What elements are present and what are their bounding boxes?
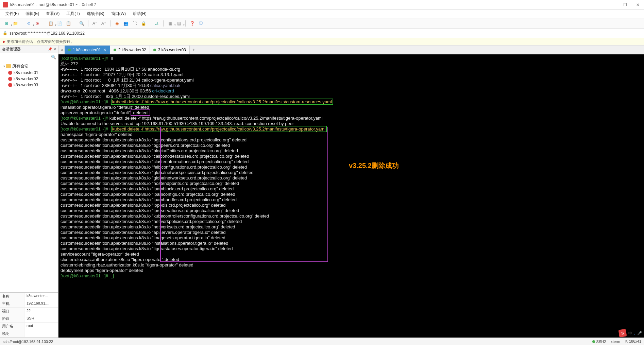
tab-add-button[interactable]: + bbox=[190, 46, 198, 54]
titlebar: k8s-master01 - root@k8s-master01:~ - Xsh… bbox=[0, 0, 644, 10]
close-panel-icon[interactable]: ✕ bbox=[53, 47, 56, 51]
search-row: 🔍 bbox=[0, 53, 58, 61]
search-icon[interactable]: 🔍 bbox=[51, 55, 56, 59]
tabstrip: ◄ 1 k8s-master01 ✕ 2 k8s-worker02 3 k8s-… bbox=[58, 46, 644, 54]
new-session-button[interactable]: ⊞▾ bbox=[3, 20, 10, 27]
separator bbox=[75, 20, 75, 27]
prop-key-name: 名称 bbox=[0, 293, 24, 300]
content-area: ◄ 1 k8s-master01 ✕ 2 k8s-worker02 3 k8s-… bbox=[58, 46, 644, 338]
collapse-icon[interactable]: ▾ bbox=[2, 65, 6, 68]
fullscreen-button[interactable]: ⛶ bbox=[131, 20, 138, 27]
menu-file[interactable]: 文件(F) bbox=[3, 10, 21, 18]
lock-icon: 🔒 bbox=[3, 31, 7, 35]
sidebar: 会话管理器 📌 ✕ 🔍 ▾ 所有会话 k8s-master01 k8s-work… bbox=[0, 46, 58, 338]
separator bbox=[88, 20, 88, 27]
search-input[interactable] bbox=[2, 55, 51, 59]
status-dot-icon bbox=[153, 49, 156, 51]
tab-close-icon[interactable]: ✕ bbox=[103, 48, 106, 52]
open-button[interactable]: 📁 bbox=[12, 20, 19, 27]
separator bbox=[185, 20, 186, 27]
tree-root[interactable]: ▾ 所有会话 bbox=[0, 63, 58, 70]
session-icon bbox=[8, 77, 12, 81]
status-ssh: SSH2 bbox=[592, 340, 606, 344]
prop-key-host: 主机 bbox=[0, 300, 24, 307]
separator bbox=[150, 20, 150, 27]
font-plus-button[interactable]: A⁺ bbox=[100, 20, 107, 27]
layout2-button[interactable]: ▤▾ bbox=[175, 20, 183, 27]
menu-tools[interactable]: 工具(T) bbox=[64, 10, 82, 18]
ime-lang[interactable]: 中 bbox=[628, 331, 632, 336]
about-button[interactable]: ⓘ bbox=[197, 20, 205, 27]
prop-val-name: k8s-worker... bbox=[24, 293, 58, 300]
menubar: 文件(F) 编辑(E) 查看(V) 工具(T) 选项卡(B) 窗口(W) 帮助(… bbox=[0, 10, 644, 18]
session-icon bbox=[8, 83, 12, 87]
prop-val-host: 192.168.91.... bbox=[24, 300, 58, 307]
xftp-button[interactable]: ⇄ bbox=[153, 20, 160, 27]
prop-key-proto: 协议 bbox=[0, 315, 24, 322]
tab-worker03[interactable]: 3 k8s-worker03 bbox=[150, 46, 190, 54]
status-dot-icon bbox=[114, 49, 116, 51]
ime-corner: S 中 , 🎤 bbox=[619, 329, 642, 337]
ime-sogou-icon[interactable]: S bbox=[618, 329, 627, 338]
terminal[interactable]: [root@k8s-master01 ~]# ll 总计 272 -rw----… bbox=[58, 54, 644, 338]
flag-icon: ▶ bbox=[3, 39, 5, 44]
addressbar: 🔒 ssh://root:************@192.168.91.100… bbox=[0, 29, 644, 38]
find-button[interactable]: 🔍 bbox=[78, 20, 85, 27]
properties-panel: 名称k8s-worker... 主机192.168.91.... 端口22 协议… bbox=[0, 292, 58, 338]
pin-icon[interactable]: 📌 bbox=[48, 47, 52, 51]
properties-button[interactable]: 📋▾ bbox=[47, 20, 54, 27]
close-button[interactable]: ✕ bbox=[634, 2, 641, 7]
sidebar-title: 会话管理器 bbox=[2, 47, 21, 52]
menu-tabs[interactable]: 选项卡(B) bbox=[84, 10, 107, 18]
statusbar: ssh://root@192.168.91.100:22 SSH2 xterm … bbox=[0, 338, 644, 345]
prop-key-port: 端口 bbox=[0, 308, 24, 315]
menu-view[interactable]: 查看(V) bbox=[43, 10, 62, 18]
prop-val-proto: SSH bbox=[24, 315, 58, 322]
menu-edit[interactable]: 编辑(E) bbox=[23, 10, 42, 18]
toolbar: ⊞▾ 📁 ⟲▾ ⊗ 📋▾ 📄 📋 🔍 A⁻ A⁺ ◉ 👥 ⛶ 🔒 ⇄ ▦▾ ▤▾… bbox=[0, 18, 644, 29]
app-icon bbox=[3, 2, 8, 7]
separator bbox=[44, 20, 44, 27]
prop-val-port: 22 bbox=[24, 308, 58, 315]
mic-icon[interactable]: 🎤 bbox=[637, 331, 642, 335]
folder-icon bbox=[6, 64, 11, 68]
users-button[interactable]: 👥 bbox=[122, 20, 130, 27]
hintbar: ▶ 要添加当前会话，点击左侧的箭头按钮。 bbox=[0, 38, 644, 46]
help-button[interactable]: ❓ bbox=[188, 20, 196, 27]
paste-button[interactable]: 📋 bbox=[65, 20, 72, 27]
address-text[interactable]: ssh://root:************@192.168.91.100:2… bbox=[10, 31, 85, 36]
maximize-button[interactable]: ☐ bbox=[622, 2, 628, 7]
copy-button[interactable]: 📄 bbox=[56, 20, 63, 27]
prop-key-user: 用户名 bbox=[0, 323, 24, 330]
sidebar-header: 会话管理器 📌 ✕ bbox=[0, 46, 58, 53]
menu-window[interactable]: 窗口(W) bbox=[108, 10, 129, 18]
separator bbox=[163, 20, 164, 27]
session-item-worker02[interactable]: k8s-worker02 bbox=[0, 76, 58, 82]
status-term: xterm bbox=[611, 340, 620, 344]
menu-help[interactable]: 帮助(H) bbox=[130, 10, 149, 18]
prop-val-desc bbox=[24, 330, 58, 337]
tab-worker02[interactable]: 2 k8s-worker02 bbox=[110, 46, 150, 54]
session-item-master01[interactable]: k8s-master01 bbox=[0, 70, 58, 76]
tab-scroll-left[interactable]: ◄ bbox=[58, 46, 65, 54]
disconnect-button[interactable]: ⊗ bbox=[34, 20, 41, 27]
hint-text: 要添加当前会话，点击左侧的箭头按钮。 bbox=[7, 39, 74, 44]
layout1-button[interactable]: ▦▾ bbox=[166, 20, 174, 27]
session-item-worker03[interactable]: k8s-worker03 bbox=[0, 82, 58, 88]
status-dot-icon bbox=[68, 49, 71, 51]
prop-val-user: root bbox=[24, 323, 58, 330]
prop-key-desc: 说明 bbox=[0, 330, 24, 337]
minimize-button[interactable]: ─ bbox=[609, 2, 615, 7]
separator bbox=[22, 20, 22, 27]
window-title: k8s-master01 - root@k8s-master01:~ - Xsh… bbox=[10, 2, 609, 7]
tree-root-label: 所有会话 bbox=[12, 63, 29, 69]
color-button[interactable]: ◉ bbox=[113, 20, 121, 27]
font-minus-button[interactable]: A⁻ bbox=[91, 20, 99, 27]
status-size: ⇱ 186x41 bbox=[625, 339, 641, 344]
tab-master01[interactable]: 1 k8s-master01 ✕ bbox=[65, 46, 110, 54]
status-conn: ssh://root@192.168.91.100:22 bbox=[3, 340, 53, 344]
reconnect-button[interactable]: ⟲▾ bbox=[25, 20, 32, 27]
lock-button[interactable]: 🔒 bbox=[140, 20, 147, 27]
separator bbox=[110, 20, 111, 27]
session-icon bbox=[8, 71, 12, 75]
